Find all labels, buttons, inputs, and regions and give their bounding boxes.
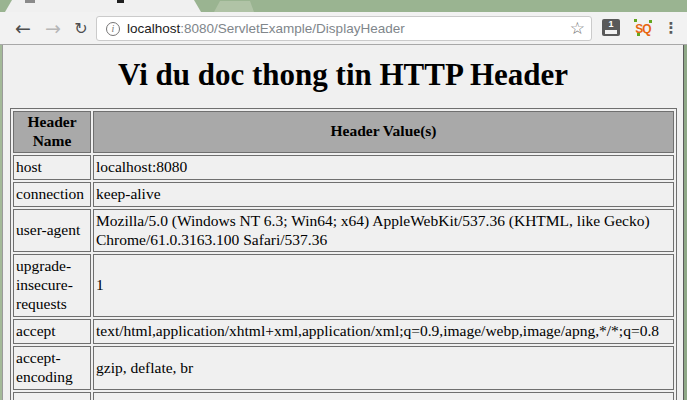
table-row: connection keep-alive	[13, 182, 674, 207]
address-bar[interactable]: i localhost:8080/ServletExample/DisplayH…	[96, 16, 592, 41]
page-content: Vi du doc thong tin HTTP Header Header N…	[4, 46, 682, 400]
url-host: localhost	[127, 21, 180, 36]
header-value-cell: gzip, deflate, br	[93, 346, 674, 390]
header-name-cell: user-agent	[13, 209, 91, 253]
browser-toolbar: ← → ↻ i localhost:8080/ServletExample/Di…	[0, 12, 687, 45]
header-value-cell: text/html,application/xhtml+xml,applicat…	[93, 319, 674, 344]
header-value-cell: vi-VN,vi;q=0.8,fr-FR;q=0.6,fr;q=0.4,en-U…	[93, 392, 674, 400]
refresh-button[interactable]: ↻	[68, 15, 94, 41]
chrome-menu-button[interactable]: ⋮	[662, 17, 680, 41]
header-value-cell: keep-alive	[93, 182, 674, 207]
header-value-cell: localhost:8080	[93, 155, 674, 180]
window-edge-right	[683, 12, 687, 400]
window-edge-left	[0, 12, 3, 400]
table-header-row: Header Name Header Value(s)	[13, 111, 674, 153]
refresh-icon: ↻	[74, 19, 87, 38]
table-row: user-agent Mozilla/5.0 (Windows NT 6.3; …	[13, 209, 674, 253]
header-value-cell: 1	[93, 254, 674, 317]
kebab-menu-icon: ⋮	[664, 19, 679, 37]
forward-icon: →	[45, 17, 61, 39]
extension-tab-counter[interactable]: 1	[602, 19, 620, 36]
table-row: host localhost:8080	[13, 155, 674, 180]
forward-button[interactable]: →	[40, 15, 66, 41]
url-text: localhost:8080/ServletExample/DisplayHea…	[127, 21, 405, 36]
header-name-cell: accept-encoding	[13, 346, 91, 390]
header-value-cell: Mozilla/5.0 (Windows NT 6.3; Win64; x64)…	[93, 209, 674, 253]
extension-counter-bar	[605, 30, 617, 34]
new-tab-button[interactable]	[214, 1, 254, 12]
extension-seoquake[interactable]: SQ	[633, 19, 653, 36]
tab-title-fragment	[117, 0, 124, 3]
header-name-cell: accept	[13, 319, 91, 344]
table-row: accept text/html,application/xhtml+xml,a…	[13, 319, 674, 344]
table-row: accept-language vi-VN,vi;q=0.8,fr-FR;q=0…	[13, 392, 674, 400]
table-row: accept-encoding gzip, deflate, br	[13, 346, 674, 390]
browser-tab[interactable]	[5, 0, 201, 12]
seoquake-leaf	[637, 33, 640, 36]
header-name-cell: upgrade-insecure-requests	[13, 254, 91, 317]
page-title: Vi du doc thong tin HTTP Header	[4, 57, 682, 93]
extension-counter-value: 1	[602, 19, 620, 29]
column-header-name: Header Name	[13, 111, 91, 153]
header-name-cell: accept-language	[13, 392, 91, 400]
tab-strip	[0, 0, 687, 12]
back-icon: ←	[15, 17, 31, 39]
seoquake-leaf	[634, 19, 637, 22]
column-header-value: Header Value(s)	[93, 111, 674, 153]
back-button[interactable]: ←	[10, 15, 36, 41]
page-info-icon[interactable]: i	[106, 22, 120, 36]
http-headers-table: Header Name Header Value(s) host localho…	[10, 108, 677, 400]
table-row: upgrade-insecure-requests 1	[13, 254, 674, 317]
bookmark-star-icon[interactable]: ☆	[570, 20, 585, 37]
url-path: :8080/ServletExample/DisplayHeader	[180, 21, 404, 36]
header-name-cell: host	[13, 155, 91, 180]
header-name-cell: connection	[13, 182, 91, 207]
tab-favicon	[25, 0, 35, 3]
seoquake-leaf	[649, 20, 652, 23]
